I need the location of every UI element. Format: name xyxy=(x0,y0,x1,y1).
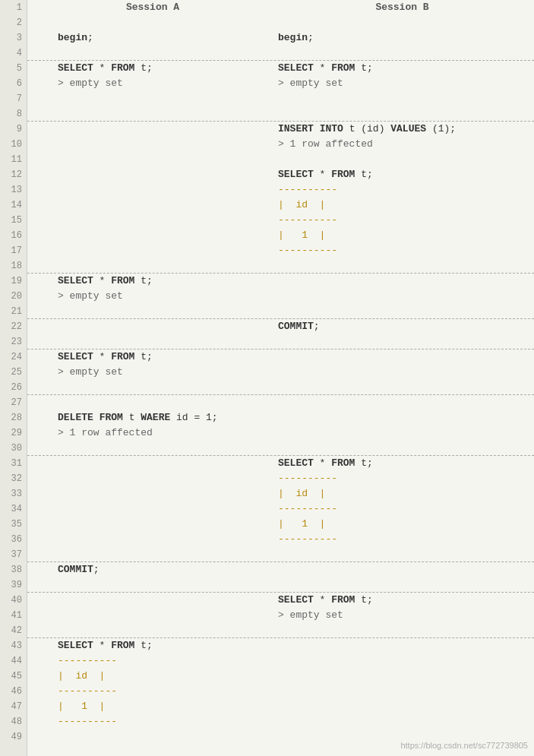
table-row: ---------- xyxy=(27,471,534,486)
table-row: Session A Session B xyxy=(27,0,534,15)
sep-a xyxy=(27,547,270,561)
sep-b xyxy=(270,623,534,637)
table-row: > 1 row affected xyxy=(27,137,534,152)
line-number: 15 xyxy=(7,213,22,228)
line-number: 30 xyxy=(7,441,22,456)
table-row xyxy=(27,547,534,562)
table-row: ---------- xyxy=(27,182,534,198)
col-a-cell: SELECT * FROM t; xyxy=(27,61,270,76)
col-b-cell: > empty set xyxy=(270,76,534,91)
col-b-cell xyxy=(270,410,534,425)
line-number: 36 xyxy=(7,532,22,547)
sep-b xyxy=(270,547,534,561)
col-a-cell: > empty set xyxy=(27,365,270,380)
line-number: 24 xyxy=(7,350,22,365)
table-row: | id | xyxy=(27,669,534,684)
table-row xyxy=(27,15,534,30)
col-a-cell: > empty set xyxy=(27,289,270,304)
col-a-cell: COMMIT; xyxy=(27,562,270,577)
table-row: DELETE FROM t WAERE id = 1; xyxy=(27,410,534,425)
col-b-cell xyxy=(270,638,534,653)
table-row xyxy=(27,334,534,350)
col-b-cell xyxy=(270,714,534,729)
col-a-cell: SELECT * FROM t; xyxy=(27,350,270,365)
table-row: ---------- xyxy=(27,714,534,729)
line-number: 7 xyxy=(7,91,22,106)
line-number: 28 xyxy=(7,410,22,425)
sep-a xyxy=(27,380,270,394)
table-row xyxy=(27,91,534,106)
table-row: COMMIT; xyxy=(27,562,534,577)
col-b-cell xyxy=(270,684,534,699)
table-row xyxy=(27,304,534,319)
col-b-cell: SELECT * FROM t; xyxy=(270,456,534,471)
table-row: | 1 | xyxy=(27,228,534,243)
watermark: https://blog.csdn.net/sc772739805 xyxy=(400,741,528,750)
sep-b xyxy=(270,334,534,349)
table-row: > empty set xyxy=(27,608,534,623)
table-row: | 1 | xyxy=(27,699,534,714)
main-container: 1234567891011121314151617181920212223242… xyxy=(0,0,534,756)
line-number: 37 xyxy=(7,547,22,562)
table-row: SELECT * FROM t; xyxy=(27,456,534,471)
line-number: 14 xyxy=(7,198,22,213)
col-a-cell xyxy=(27,243,270,258)
col-b-cell: | id | xyxy=(270,486,534,501)
col-a-cell: | 1 | xyxy=(27,699,270,714)
line-number: 9 xyxy=(7,122,22,137)
line-number: 11 xyxy=(7,152,22,167)
sep-a xyxy=(27,623,270,637)
line-number: 20 xyxy=(7,289,22,304)
line-number: 3 xyxy=(7,30,22,46)
sep-b xyxy=(270,46,534,60)
col-a-cell xyxy=(27,213,270,228)
sep-a xyxy=(27,106,270,121)
line-number: 13 xyxy=(7,182,22,198)
line-number: 40 xyxy=(7,593,22,608)
col-b-cell: ---------- xyxy=(270,471,534,486)
line-number: 39 xyxy=(7,577,22,593)
line-number: 23 xyxy=(7,334,22,350)
col-b-cell: ---------- xyxy=(270,182,534,198)
col-b-cell: SELECT * FROM t; xyxy=(270,61,534,76)
table-row xyxy=(27,395,534,410)
content-area: Session A Session B begin; begin; SELECT… xyxy=(27,0,534,756)
col-b-cell xyxy=(270,365,534,380)
table-row: SELECT * FROM t; xyxy=(27,638,534,653)
col-a-cell xyxy=(27,167,270,182)
table-row: SELECT * FROM t; SELECT * FROM t; xyxy=(27,61,534,76)
table-row: | id | xyxy=(27,198,534,213)
col-b-cell xyxy=(270,425,534,441)
col-a-cell: ---------- xyxy=(27,684,270,699)
col-b-cell: INSERT INTO t (id) VALUES (1); xyxy=(270,122,534,137)
table-row: ---------- xyxy=(27,501,534,517)
line-number: 21 xyxy=(7,304,22,319)
line-number: 16 xyxy=(7,228,22,243)
line-number: 35 xyxy=(7,517,22,532)
col-a-cell xyxy=(27,517,270,532)
col-a-cell xyxy=(27,319,270,334)
line-number: 17 xyxy=(7,243,22,258)
line-number: 26 xyxy=(7,380,22,395)
table-row: ---------- xyxy=(27,684,534,699)
table-row: SELECT * FROM t; xyxy=(27,350,534,365)
line-number: 19 xyxy=(7,274,22,289)
col-b-cell: ---------- xyxy=(270,532,534,547)
table-row xyxy=(27,441,534,456)
table-row: | id | xyxy=(27,486,534,501)
col-a-cell: SELECT * FROM t; xyxy=(27,274,270,289)
line-number: 48 xyxy=(7,714,22,729)
line-number: 6 xyxy=(7,76,22,91)
line-number: 8 xyxy=(7,106,22,122)
line-number: 31 xyxy=(7,456,22,471)
table-row: begin; begin; xyxy=(27,30,534,46)
table-row: > empty set xyxy=(27,365,534,380)
col-a-cell xyxy=(27,137,270,152)
col-a-cell xyxy=(27,122,270,137)
table-row xyxy=(27,106,534,122)
table-row: > empty set > empty set xyxy=(27,76,534,91)
col-b-cell: | 1 | xyxy=(270,517,534,532)
col-a-cell xyxy=(27,608,270,623)
table-row: | 1 | xyxy=(27,517,534,532)
line-number: 44 xyxy=(7,653,22,669)
